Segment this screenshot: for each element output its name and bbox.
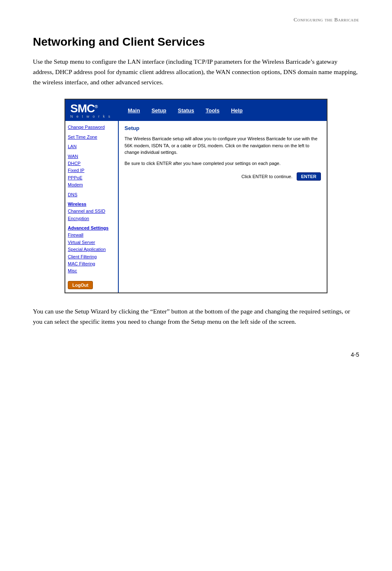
sidebar-lan[interactable]: LAN: [68, 144, 115, 150]
sidebar-misc[interactable]: Misc: [68, 268, 115, 274]
sidebar-virtual-server[interactable]: Virtual Server: [68, 239, 115, 246]
sidebar-modem[interactable]: Modem: [68, 182, 115, 188]
router-body: Change Password Set Time Zone LAN WAN DH…: [65, 121, 327, 292]
smc-networks-text: N e t w o r k s: [70, 114, 124, 118]
sidebar-firewall[interactable]: Firewall: [68, 232, 115, 238]
sidebar-mac-filtering[interactable]: MAC Filtering: [68, 261, 115, 267]
page-header: Configuring the Barricade: [33, 16, 359, 23]
nav-main[interactable]: Main: [128, 107, 140, 114]
page-number: 4-5: [33, 351, 359, 358]
intro-text: Use the Setup menu to configure the LAN …: [33, 57, 359, 87]
nav-tools[interactable]: Tools: [205, 107, 219, 114]
sidebar-advanced-settings[interactable]: Advanced Settings: [68, 225, 115, 231]
sidebar-wan[interactable]: WAN: [68, 153, 115, 160]
smc-logo: SMC®: [70, 102, 124, 115]
sidebar-change-password[interactable]: Change Password: [68, 124, 115, 130]
sidebar-pppoe[interactable]: PPPoE: [68, 175, 115, 181]
sidebar-dhcp[interactable]: DHCP: [68, 160, 115, 167]
outro-text: You can use the Setup Wizard by clicking…: [33, 306, 359, 327]
nav-setup[interactable]: Setup: [152, 107, 166, 114]
sidebar-channel-ssid[interactable]: Channel and SSID: [68, 208, 115, 214]
router-panel-title: Setup: [125, 125, 321, 131]
sidebar-special-application[interactable]: Special Application: [68, 246, 115, 253]
router-ui-screenshot: SMC® N e t w o r k s Main Setup Status T…: [65, 99, 327, 293]
enter-button[interactable]: ENTER: [297, 172, 321, 181]
router-nav-bar: SMC® N e t w o r k s Main Setup Status T…: [65, 100, 327, 121]
router-main-panel: Setup The Wireless Barricade setup will …: [119, 121, 327, 292]
nav-links: Main Setup Status Tools Help: [128, 107, 242, 114]
router-panel-text2: Be sure to click ENTER after you have co…: [125, 160, 321, 167]
smc-logo-area: SMC® N e t w o r k s: [70, 102, 124, 118]
page-title: Networking and Client Services: [33, 35, 359, 49]
sidebar-set-time-zone[interactable]: Set Time Zone: [68, 134, 115, 140]
enter-label: Click ENTER to continue.: [242, 174, 293, 179]
sidebar-fixed-ip[interactable]: Fixed IP: [68, 167, 115, 174]
router-enter-row: Click ENTER to continue. ENTER: [125, 172, 321, 181]
sidebar-encryption[interactable]: Encryption: [68, 216, 115, 222]
nav-status[interactable]: Status: [178, 107, 194, 114]
router-panel-text1: The Wireless Barricade setup will allow …: [125, 135, 321, 156]
sidebar-wireless[interactable]: Wireless: [68, 201, 115, 207]
sidebar-dns[interactable]: DNS: [68, 192, 115, 198]
nav-help[interactable]: Help: [231, 107, 242, 114]
sidebar-client-filtering[interactable]: Client Filtering: [68, 254, 115, 260]
logout-button[interactable]: LogOut: [68, 281, 93, 289]
router-sidebar: Change Password Set Time Zone LAN WAN DH…: [65, 121, 119, 292]
